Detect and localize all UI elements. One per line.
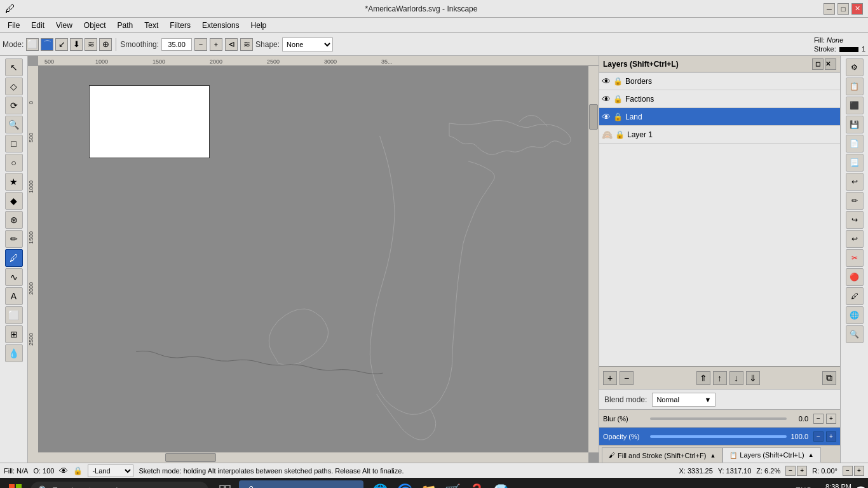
tweak-tool[interactable]: ⟳	[5, 97, 23, 114]
start-button[interactable]	[3, 479, 28, 488]
menu-item-object[interactable]: Object	[79, 20, 111, 31]
mode-btn-3[interactable]: ↙	[55, 38, 68, 51]
shape-select[interactable]: None Triangle Square	[282, 37, 333, 51]
layer-lock-land[interactable]: 🔒	[613, 112, 623, 121]
right-tool-8[interactable]: ✏	[846, 192, 864, 210]
files-icon[interactable]: 📁	[417, 479, 440, 488]
right-tool-4[interactable]: 💾	[846, 116, 864, 133]
eye-icon[interactable]: 👁	[59, 466, 68, 476]
rect-tool[interactable]: □	[5, 135, 23, 152]
tab-fill-stroke[interactable]: 🖌 Fill and Stroke (Shift+Ctrl+F) ▲	[602, 447, 722, 463]
menu-item-filters[interactable]: Filters	[165, 20, 196, 31]
select-tool[interactable]: ↖	[5, 58, 23, 76]
blur-inc-btn[interactable]: +	[826, 414, 836, 424]
right-tool-1[interactable]: ⚙	[846, 58, 864, 76]
layer-lock-borders[interactable]: 🔒	[613, 77, 623, 86]
mode-btn-6[interactable]: ⊕	[99, 38, 112, 51]
node-tool[interactable]: ◇	[5, 78, 23, 95]
right-tool-14[interactable]: 🌐	[846, 306, 864, 324]
path-options-btn[interactable]: ⊲	[225, 38, 238, 51]
rotation-dec-btn[interactable]: −	[843, 466, 853, 476]
maximize-button[interactable]: □	[837, 3, 849, 15]
menu-item-file[interactable]: File	[3, 20, 25, 31]
mode-btn-4[interactable]: ⬇	[70, 38, 83, 51]
layer-row-borders[interactable]: 👁🔒Borders	[599, 72, 840, 90]
opacity-dec-btn[interactable]: −	[813, 431, 824, 442]
circle-tool[interactable]: ○	[5, 154, 23, 172]
star-tool[interactable]: ★	[5, 173, 23, 191]
layer-eye-factions[interactable]: 👁	[602, 94, 611, 104]
layer-eye-layer 1[interactable]: 🙈	[602, 130, 613, 140]
zoom-inc-btn[interactable]: +	[797, 466, 807, 476]
right-tool-13[interactable]: 🖊	[846, 287, 864, 305]
layer-eye-land[interactable]: 👁	[602, 112, 611, 122]
move-down-btn[interactable]: ↓	[729, 371, 743, 385]
help-icon[interactable]: ❓	[465, 479, 488, 488]
zoom-tool[interactable]: 🔍	[5, 116, 23, 133]
smoothing-dec[interactable]: −	[194, 38, 207, 51]
edge-icon[interactable]: 🌀	[393, 479, 416, 488]
move-top-btn[interactable]: ⇑	[696, 371, 710, 385]
path-options-btn2[interactable]: ≋	[240, 38, 253, 51]
minimize-button[interactable]: ─	[824, 3, 835, 15]
dropper-tool[interactable]: 💧	[5, 344, 23, 362]
layer-lock-layer 1[interactable]: 🔒	[615, 130, 625, 139]
layer-row-land[interactable]: 👁🔒Land	[599, 108, 840, 126]
right-tool-2[interactable]: 📋	[846, 78, 864, 95]
rotation-inc-btn[interactable]: +	[854, 466, 864, 476]
layer-row-layer 1[interactable]: 🙈🔒Layer 1	[599, 126, 840, 144]
gradient-tool[interactable]: ⬜	[5, 306, 23, 324]
move-bottom-btn[interactable]: ⇓	[746, 371, 760, 385]
inkscape-taskbar-app[interactable]: 🖊 *AmericaWarlords.svg - Inkscape	[239, 480, 363, 488]
layers-close-btn[interactable]: ✕	[825, 58, 836, 70]
mode-btn-5[interactable]: ≋	[85, 38, 97, 51]
right-tool-10[interactable]: ↩	[846, 230, 864, 248]
canvas-drawing-area[interactable]	[38, 66, 588, 452]
notification-btn[interactable]: 💬	[855, 481, 865, 488]
pencil-tool[interactable]: ✏	[5, 230, 23, 248]
right-tool-6[interactable]: 📃	[846, 154, 864, 172]
scrollbar-bottom[interactable]	[38, 452, 588, 463]
scrollbar-right[interactable]	[588, 66, 599, 452]
right-tool-7[interactable]: ↩	[846, 173, 864, 191]
menu-item-extensions[interactable]: Extensions	[197, 20, 245, 31]
opacity-inc-btn[interactable]: +	[826, 431, 836, 442]
zoom-dec-btn[interactable]: −	[785, 466, 796, 476]
taskbar-search[interactable]: 🔍 Type here to search	[31, 482, 208, 488]
pen-tool[interactable]: 🖊	[5, 249, 23, 267]
purple-icon[interactable]: 💎	[489, 479, 512, 488]
task-view-btn[interactable]	[214, 479, 236, 488]
mode-btn-2[interactable]: ⌒	[41, 38, 53, 51]
layer-lock-factions[interactable]: 🔒	[613, 95, 623, 104]
add-layer-btn[interactable]: +	[603, 371, 617, 385]
right-tool-15[interactable]: 🔍	[846, 325, 864, 343]
close-button[interactable]: ✕	[851, 3, 863, 15]
layer-row-factions[interactable]: 👁🔒Factions	[599, 90, 840, 108]
right-tool-12[interactable]: 🔴	[846, 268, 864, 286]
menu-item-text[interactable]: Text	[139, 20, 163, 31]
menu-item-help[interactable]: Help	[246, 20, 272, 31]
smoothing-input[interactable]: 35.00	[161, 38, 192, 51]
canvas-area[interactable]: 500 1000 1500 2000 2500 3000 35... 0 500…	[28, 56, 599, 463]
move-up-btn[interactable]: ↑	[713, 371, 727, 385]
lock-icon[interactable]: 🔒	[73, 466, 83, 475]
remove-layer-btn[interactable]: −	[620, 371, 634, 385]
right-tool-3[interactable]: ⬛	[846, 97, 864, 114]
calligraphy-tool[interactable]: ∿	[5, 268, 23, 286]
right-tool-5[interactable]: 📄	[846, 135, 864, 152]
mesh-tool[interactable]: ⊞	[5, 325, 23, 343]
menu-item-view[interactable]: View	[51, 20, 78, 31]
mode-btn-1[interactable]: ⬜	[26, 38, 39, 51]
right-tool-9[interactable]: ↪	[846, 211, 864, 229]
layer-select[interactable]: -Land -Borders -Factions -Layer 1	[88, 464, 133, 477]
right-tool-11[interactable]: ✂	[846, 249, 864, 267]
text-tool[interactable]: A	[5, 287, 23, 305]
menu-item-path[interactable]: Path	[112, 20, 139, 31]
menu-item-edit[interactable]: Edit	[26, 20, 50, 31]
tab-layers[interactable]: 📋 Layers (Shift+Ctrl+L) ▲	[722, 447, 820, 463]
blur-dec-btn[interactable]: −	[813, 414, 824, 424]
layers-collapse-btn[interactable]: ◻	[812, 58, 824, 70]
layer-eye-borders[interactable]: 👁	[602, 76, 611, 86]
chrome-icon[interactable]: 🌐	[369, 479, 391, 488]
3d-tool[interactable]: ◆	[5, 192, 23, 210]
